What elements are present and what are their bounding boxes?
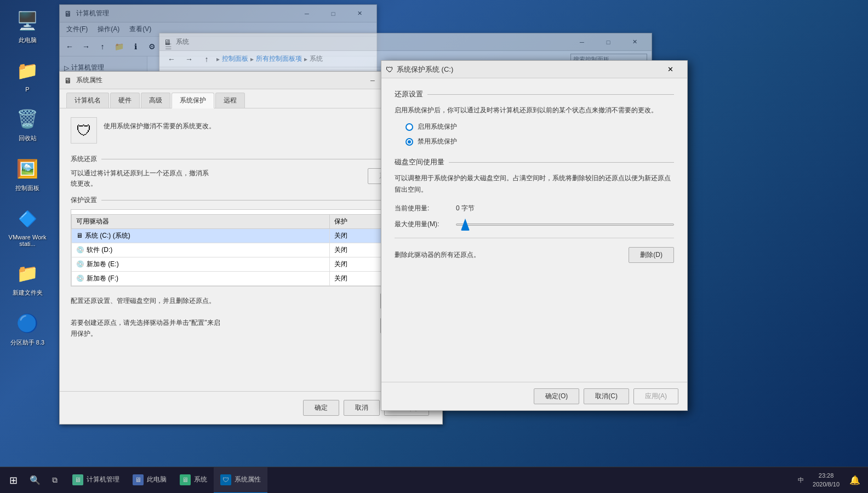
tab-remote[interactable]: 远程 bbox=[215, 93, 245, 108]
drive-c: 🖥系统 (C:) (系统) bbox=[72, 229, 330, 243]
sys-close-btn[interactable]: ✕ bbox=[622, 33, 647, 51]
tab-computer-name[interactable]: 计算机名 bbox=[66, 93, 109, 108]
sys-titlebar: 🖥 系统 ─ □ ✕ bbox=[159, 33, 652, 51]
table-row-c[interactable]: 🖥系统 (C:) (系统) 关闭 bbox=[72, 229, 431, 243]
radio-enable-item[interactable]: 启用系统保护 bbox=[406, 122, 674, 131]
taskbar-sys-props-label: 系统属性 bbox=[235, 475, 261, 484]
taskbar-app-mgmt[interactable]: 🖥 计算机管理 bbox=[66, 467, 126, 494]
toolbar-info-btn[interactable]: ℹ bbox=[128, 39, 143, 54]
breadcrumb-system: 系统 bbox=[310, 54, 323, 64]
dialog-title-text: 系统保护系统 (C:) bbox=[397, 65, 654, 74]
taskbar-taskview-btn[interactable]: ⧉ bbox=[44, 467, 66, 494]
desktop-icon-this-pc[interactable]: 🖥️ 此电脑 bbox=[5, 5, 49, 47]
taskbar-clock[interactable]: 23:28 2020/8/10 bbox=[808, 472, 844, 489]
taskbar-this-pc-icon: 🖥 bbox=[133, 474, 144, 485]
breadcrumb-arrow2: ▸ bbox=[250, 55, 254, 63]
desktop-icon-diskgenius[interactable]: 🔵 分区助手 8.3 bbox=[5, 308, 49, 349]
p-icon: 📁 bbox=[14, 58, 41, 84]
mgmt-titlebar: 🖥 计算机管理 ─ □ ✕ bbox=[60, 5, 376, 22]
taskbar-system-label: 系统 bbox=[194, 475, 207, 484]
sys-maximize-btn[interactable]: □ bbox=[596, 33, 621, 51]
props-title-icon: 🖥 bbox=[64, 76, 73, 85]
taskbar-app-sys-props[interactable]: 🛡 系统属性 bbox=[214, 467, 267, 494]
max-usage-label: 最大使用量(M): bbox=[395, 220, 449, 229]
desktop-icon-control-panel[interactable]: 🖼️ 控制面板 bbox=[5, 153, 49, 194]
desktop-icon-recycle[interactable]: 🗑️ 回收站 bbox=[5, 104, 49, 145]
tab-hardware[interactable]: 硬件 bbox=[110, 93, 140, 108]
props-cancel-btn[interactable]: 取消 bbox=[344, 400, 380, 416]
radio-enable-circle bbox=[406, 123, 413, 131]
create-desc: 若要创建还原点，请先选择驱动器并单击"配置"来启用保护。 bbox=[71, 318, 374, 339]
mgmt-menu-view[interactable]: 查看(V) bbox=[125, 24, 156, 35]
taskbar-app-this-pc[interactable]: 🖥 此电脑 bbox=[126, 467, 173, 494]
tab-system-protect[interactable]: 系统保护 bbox=[172, 93, 214, 108]
vmware-label: VMware Workstati... bbox=[8, 234, 47, 247]
table-row-d[interactable]: 💿软件 (D:) 关闭 bbox=[72, 243, 431, 257]
desktop-icons: 🖥️ 此电脑 📁 P 🗑️ 回收站 🖼️ 控制面板 🔷 VMware Works… bbox=[5, 5, 49, 349]
restore-desc-text: 可以通过将计算机还原到上一个还原点，撤消系统更改。 bbox=[71, 168, 361, 189]
col-drive: 可用驱动器 bbox=[72, 215, 330, 229]
toolbar-forward-btn[interactable]: → bbox=[78, 39, 94, 54]
mgmt-title-icon: 🖥 bbox=[64, 9, 73, 18]
vmware-icon: 🔷 bbox=[14, 205, 41, 232]
restore-settings-divider bbox=[427, 94, 674, 95]
protect-icon: 🛡 bbox=[71, 117, 97, 144]
taskbar-lang[interactable]: 中 bbox=[796, 476, 806, 484]
restore-section: 系统还原 可以通过将计算机还原到上一个还原点，撤消系统更改。 系统还原(S)..… bbox=[71, 154, 431, 189]
mgmt-menu-file[interactable]: 文件(F) bbox=[62, 24, 92, 35]
dialog-apply-btn[interactable]: 应用(A) bbox=[633, 388, 678, 404]
clock-time: 23:28 bbox=[813, 472, 840, 480]
desktop-icon-new-folder[interactable]: 📁 新建文件夹 bbox=[5, 258, 49, 299]
delete-text: 删除此驱动器的所有还原点。 bbox=[395, 250, 480, 260]
sys-forward-btn[interactable]: → bbox=[181, 51, 197, 67]
restore-section-title: 系统还原 bbox=[71, 154, 431, 164]
restore-settings-header: 还原设置 bbox=[395, 89, 674, 99]
dialog-close-btn[interactable]: ✕ bbox=[658, 61, 683, 78]
clock-date: 2020/8/10 bbox=[813, 480, 840, 489]
sys-back-btn[interactable]: ← bbox=[164, 51, 179, 67]
recycle-label: 回收站 bbox=[19, 134, 37, 142]
table-row-f[interactable]: 💿新加卷 (F:) 关闭 bbox=[72, 272, 431, 286]
start-button[interactable]: ⊞ bbox=[0, 467, 26, 494]
slider-track[interactable] bbox=[456, 223, 674, 226]
current-usage-label: 当前使用量: bbox=[395, 204, 449, 213]
toolbar-settings-btn[interactable]: ⚙ bbox=[144, 39, 159, 54]
mgmt-close-btn[interactable]: ✕ bbox=[347, 5, 372, 22]
taskbar-app-system[interactable]: 🖥 系统 bbox=[173, 467, 214, 494]
radio-disable-item[interactable]: 禁用系统保护 bbox=[406, 137, 674, 146]
delete-btn[interactable]: 删除(D) bbox=[629, 247, 674, 263]
sys-minimize-btn[interactable]: ─ bbox=[569, 33, 595, 51]
props-confirm-btn[interactable]: 确定 bbox=[303, 400, 339, 416]
delete-section: 删除此驱动器的所有还原点。 删除(D) bbox=[395, 238, 674, 263]
breadcrumb-allcp[interactable]: 所有控制面板项 bbox=[256, 54, 302, 64]
dialog-confirm-btn[interactable]: 确定(O) bbox=[534, 388, 579, 404]
taskbar-search-btn[interactable]: 🔍 bbox=[26, 467, 44, 494]
toolbar-folder-btn[interactable]: 📁 bbox=[111, 39, 127, 54]
tab-advanced[interactable]: 高级 bbox=[141, 93, 170, 108]
toolbar-up-btn[interactable]: ↑ bbox=[95, 39, 110, 54]
this-pc-icon: 🖥️ bbox=[14, 8, 41, 34]
sys-up-btn[interactable]: ↑ bbox=[199, 51, 214, 67]
mgmt-maximize-btn[interactable]: □ bbox=[321, 5, 346, 22]
toolbar-back-btn[interactable]: ← bbox=[62, 39, 77, 54]
sys-title-icon: 🖥 bbox=[164, 38, 173, 47]
table-row-e[interactable]: 💿新加卷 (E:) 关闭 bbox=[72, 257, 431, 272]
disk-usage-title: 磁盘空间使用量 bbox=[395, 157, 444, 167]
desktop-icon-vmware[interactable]: 🔷 VMware Workstati... bbox=[5, 203, 49, 249]
taskbar-notify-btn[interactable]: 🔔 bbox=[846, 467, 864, 494]
breadcrumb-cp[interactable]: 控制面板 bbox=[222, 54, 248, 64]
mgmt-minimize-btn[interactable]: ─ bbox=[294, 5, 319, 22]
drive-f: 💿新加卷 (F:) bbox=[72, 272, 330, 286]
taskbar-right: 中 23:28 2020/8/10 🔔 bbox=[796, 467, 868, 494]
props-title-text: 系统属性 bbox=[76, 76, 357, 85]
new-folder-label: 新建文件夹 bbox=[13, 289, 43, 297]
current-usage-row: 当前使用量: 0 字节 bbox=[395, 204, 674, 213]
dialog-system-protect: 🛡 系统保护系统 (C:) ✕ 还原设置 启用系统保护后，你可以通过及时将计算机… bbox=[381, 60, 688, 411]
dialog-body: 还原设置 启用系统保护后，你可以通过及时将计算机还原到以前的某个状态点来撤消不需… bbox=[381, 78, 687, 382]
mgmt-menu-action[interactable]: 操作(A) bbox=[93, 24, 124, 35]
restore-settings-desc: 启用系统保护后，你可以通过及时将计算机还原到以前的某个状态点来撤消不需要的更改。 bbox=[395, 105, 674, 116]
dialog-cancel-btn[interactable]: 取消(C) bbox=[584, 388, 629, 404]
restore-settings-title: 还原设置 bbox=[395, 89, 423, 99]
new-folder-icon: 📁 bbox=[14, 260, 41, 286]
desktop-icon-p[interactable]: 📁 P bbox=[5, 55, 49, 95]
